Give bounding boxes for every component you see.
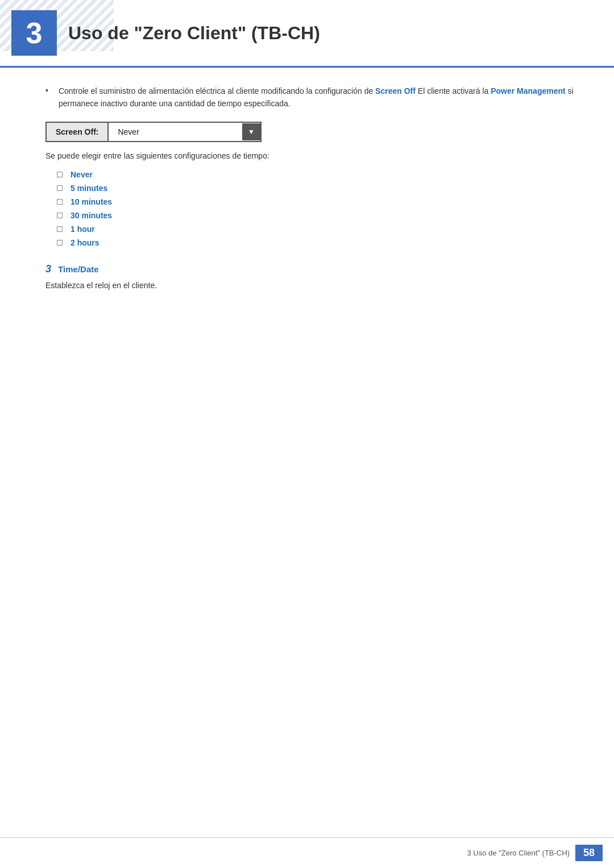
option-30minutes: 30 minutes [70,211,112,220]
bullet-text-before: Controle el suministro de alimentación e… [59,86,373,95]
list-item: 1 hour [57,225,580,234]
options-description: Se puede elegir entre las siguientes con… [45,150,580,162]
chapter-header: 3 Uso de "Zero Client" (TB-CH) [0,0,614,66]
list-item: 30 minutes [57,211,580,220]
option-5minutes: 5 minutes [70,184,107,193]
section-title: Time/Date [58,264,98,274]
checkbox-5min-icon [57,185,63,191]
footer: 3 Uso de "Zero Client" (TB-CH) 58 [0,837,614,868]
screen-off-label: Screen Off: [47,123,109,141]
options-list: Never 5 minutes 10 minutes 30 minutes 1 … [57,170,580,247]
list-item: Never [57,170,580,179]
checkbox-never-icon [57,172,63,177]
section-body: Establezca el reloj en el cliente. [45,280,580,292]
bullet-text-middle: El cliente activará la [418,86,489,95]
timedate-section-header: 3 Time/Date [45,263,580,275]
main-content: • Controle el suministro de alimentación… [0,68,614,326]
checkbox-1hour-icon [57,226,63,232]
chapter-number: 3 [11,10,57,56]
power-mgmt-highlight: Power Management [491,86,565,95]
screen-off-widget[interactable]: Screen Off: Never ▼ [45,122,262,142]
checkbox-30min-icon [57,213,63,218]
bullet-text: Controle el suministro de alimentación e… [59,85,580,110]
option-10minutes: 10 minutes [70,197,112,206]
section-number: 3 [45,263,51,275]
screen-off-highlight: Screen Off [375,86,416,95]
option-2hours: 2 hours [70,238,99,247]
footer-text: 3 Uso de "Zero Client" (TB-CH) [467,849,570,857]
checkbox-2hours-icon [57,240,63,246]
list-item: 2 hours [57,238,580,247]
option-1hour: 1 hour [70,225,95,234]
chapter-title: Uso de "Zero Client" (TB-CH) [68,23,320,44]
dropdown-arrow-icon[interactable]: ▼ [242,123,260,140]
bullet-section: • Controle el suministro de alimentación… [45,85,580,110]
bullet-icon: • [45,86,48,95]
list-item: 5 minutes [57,184,580,193]
option-never: Never [70,170,93,179]
page-number: 58 [575,845,603,861]
list-item: 10 minutes [57,197,580,206]
screen-off-value: Never [109,123,242,141]
checkbox-10min-icon [57,199,63,205]
